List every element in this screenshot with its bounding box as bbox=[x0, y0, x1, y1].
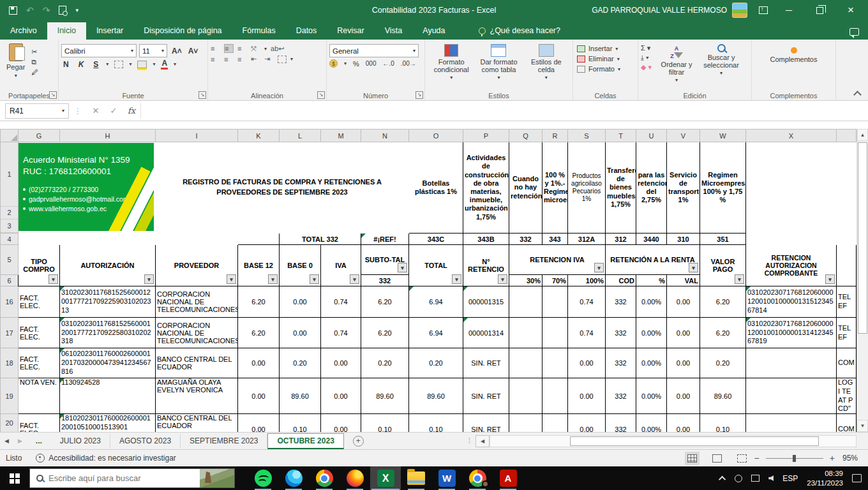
cell-ret70[interactable] bbox=[542, 348, 568, 378]
cell-tipo[interactable]: FACT. ELEC. bbox=[19, 414, 60, 433]
row-header-20[interactable]: 20 bbox=[1, 414, 19, 433]
alignment-dialog-launcher[interactable]: ↘ bbox=[317, 91, 325, 99]
cell-ret30[interactable] bbox=[509, 378, 542, 414]
taskbar-file-explorer[interactable] bbox=[401, 466, 431, 490]
filter-icon[interactable] bbox=[452, 274, 461, 284]
start-button[interactable] bbox=[0, 466, 29, 490]
sheet-tab-septiembre[interactable]: SEPTIEMBRE 2023 bbox=[181, 434, 267, 448]
cell-extra[interactable]: TELEF bbox=[837, 286, 857, 318]
undo-icon[interactable]: ↶ bbox=[26, 6, 34, 15]
cell-ret100[interactable]: 0.74 bbox=[568, 318, 606, 348]
col-header-U[interactable]: U bbox=[636, 130, 667, 142]
increase-decimal-icon[interactable]: ←.0 bbox=[382, 60, 394, 67]
filter-icon[interactable] bbox=[227, 274, 236, 284]
tab-disposicion[interactable]: Disposición de página bbox=[133, 22, 232, 40]
col-header-P[interactable]: P bbox=[463, 130, 509, 142]
filter-icon[interactable] bbox=[825, 274, 835, 284]
cell-total[interactable]: 89.60 bbox=[409, 378, 463, 414]
cell-subtotal[interactable]: 6.20 bbox=[361, 286, 409, 318]
cell-code-V[interactable]: 310 bbox=[667, 234, 700, 245]
zoom-out-icon[interactable]: − bbox=[754, 453, 760, 463]
align-middle-icon[interactable]: ≡ bbox=[224, 44, 234, 53]
fill-icon[interactable]: ⤓ ▾ bbox=[641, 54, 652, 61]
cell-valor-pago[interactable]: 89.60 bbox=[700, 378, 746, 414]
number-format-select[interactable]: General▾ bbox=[329, 44, 419, 57]
cell-pct[interactable]: 0.00% bbox=[636, 318, 667, 348]
paste-button[interactable]: Pegar ▾ bbox=[3, 42, 29, 80]
comment-icon[interactable] bbox=[849, 28, 859, 36]
autosum-icon[interactable]: Σ ▾ bbox=[641, 45, 652, 52]
tab-datos[interactable]: Datos bbox=[286, 22, 327, 40]
cell-empty[interactable] bbox=[746, 142, 837, 234]
cell-code-R[interactable]: 343 bbox=[542, 234, 568, 245]
cell-pct[interactable]: 0.00% bbox=[636, 378, 667, 414]
cell-cod[interactable]: 332 bbox=[606, 318, 636, 348]
cell-code-Q[interactable]: 332 bbox=[509, 234, 542, 245]
clear-icon[interactable]: ◆ ▾ bbox=[641, 64, 652, 71]
tell-me-search[interactable]: ¿Qué desea hacer? bbox=[479, 26, 561, 40]
format-as-table-button[interactable]: Dar formato como tabla ▾ bbox=[475, 42, 522, 90]
taskbar-edge[interactable] bbox=[278, 466, 309, 490]
cell-ret100[interactable]: 0.00 bbox=[568, 414, 606, 433]
cell-val[interactable]: 0.00 bbox=[667, 286, 700, 318]
taskbar-acrobat[interactable]: A bbox=[493, 466, 523, 490]
cell-base12[interactable]: 6.20 bbox=[238, 318, 280, 348]
row-header-4[interactable]: 4 bbox=[1, 234, 19, 245]
scroll-down-icon[interactable]: ▼ bbox=[857, 420, 868, 432]
cell-num-retencion[interactable]: 000001314 bbox=[463, 318, 509, 348]
cell-ret70[interactable] bbox=[542, 378, 568, 414]
row-header-18[interactable]: 18 bbox=[1, 348, 19, 378]
header-100pct[interactable]: 100% bbox=[568, 275, 606, 286]
cell-iva[interactable]: 0.00 bbox=[321, 378, 361, 414]
header-base12[interactable]: BASE 12 bbox=[238, 245, 280, 286]
taskbar-search[interactable] bbox=[29, 468, 235, 488]
cell-empty[interactable] bbox=[19, 234, 60, 245]
font-size-select[interactable]: 11▾ bbox=[139, 44, 167, 57]
redo-icon[interactable]: ↷ bbox=[43, 6, 50, 15]
vertical-header-U[interactable]: para las retenciones del 2,75% bbox=[636, 142, 667, 234]
cell-proveedor[interactable]: BANCO CENTRAL DEL ECUADOR bbox=[156, 348, 238, 378]
insert-function-icon[interactable]: fx bbox=[123, 106, 140, 115]
cell-extra[interactable]: COM bbox=[837, 348, 857, 378]
cell-empty[interactable] bbox=[60, 234, 156, 245]
wrap-text-icon[interactable]: ab↩ bbox=[271, 45, 286, 53]
cell-val[interactable]: 0.00 bbox=[667, 348, 700, 378]
vertical-header-V[interactable]: Servicio de transporte 1% bbox=[667, 142, 700, 234]
header-iva[interactable]: IVA bbox=[321, 245, 361, 286]
row-header-1[interactable]: 1 bbox=[1, 143, 18, 207]
taskbar-firefox[interactable] bbox=[340, 466, 370, 490]
cell-empty[interactable] bbox=[837, 142, 857, 234]
tab-vista[interactable]: Vista bbox=[375, 22, 413, 40]
addins-button[interactable]: Complementos bbox=[754, 42, 833, 64]
cell-cod[interactable]: 332 bbox=[606, 414, 636, 433]
cell-tipo[interactable]: FACT. ELEC. bbox=[19, 318, 60, 348]
cell-subtotal[interactable]: 0.10 bbox=[361, 414, 409, 433]
row-header-19[interactable]: 19 bbox=[1, 378, 19, 414]
delete-cells-button[interactable]: Eliminar▾ bbox=[577, 55, 634, 63]
row-header-5[interactable]: 5 bbox=[1, 245, 19, 275]
number-dialog-launcher[interactable]: ↘ bbox=[415, 91, 423, 99]
header-subtotal[interactable]: SUBTO-TAL bbox=[361, 245, 409, 275]
filter-icon[interactable] bbox=[268, 274, 278, 284]
col-header-L[interactable]: L bbox=[280, 130, 321, 142]
filter-icon[interactable] bbox=[144, 274, 154, 284]
cell-code-P[interactable]: 343B bbox=[463, 234, 509, 245]
cell-valor-pago[interactable]: 6.20 bbox=[700, 286, 746, 318]
tray-expand-icon[interactable] bbox=[719, 475, 726, 482]
font-color-icon[interactable]: A bbox=[161, 59, 168, 70]
sheet-tab-ellipsis[interactable]: ... bbox=[27, 434, 51, 448]
align-right-icon[interactable]: ≡ bbox=[237, 56, 247, 63]
col-header-V[interactable]: V bbox=[667, 130, 700, 142]
col-header-X[interactable]: X bbox=[746, 130, 837, 142]
cell-num-retencion[interactable]: 000001315 bbox=[463, 286, 509, 318]
cell-total[interactable]: 6.94 bbox=[409, 318, 463, 348]
name-box[interactable]: R41 ▾ bbox=[5, 103, 69, 119]
taskbar-clock[interactable]: 08:39 23/11/2023 bbox=[807, 469, 843, 488]
zoom-slider-thumb[interactable] bbox=[793, 455, 796, 462]
header-70pct[interactable]: 70% bbox=[542, 275, 568, 286]
cell-styles-button[interactable]: Estilos de celda ▾ bbox=[523, 42, 570, 90]
restore-button[interactable] bbox=[816, 7, 823, 14]
cell-extra[interactable]: COM bbox=[837, 414, 857, 433]
vertical-scrollbar-thumb[interactable] bbox=[858, 142, 867, 334]
tab-archivo[interactable]: Archivo bbox=[0, 22, 47, 40]
